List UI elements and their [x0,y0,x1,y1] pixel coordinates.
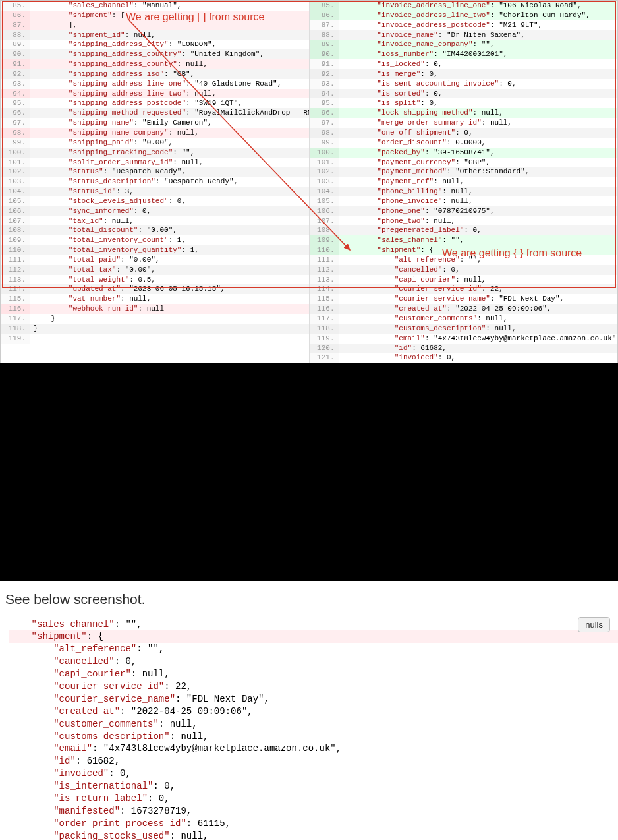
line-number: 118. [310,324,339,334]
caption-text: See below screenshot. [0,581,618,615]
line-number: 104. [310,187,339,196]
line-number: 95. [1,98,30,108]
line-number: 106. [1,206,30,216]
line-number: 119. [1,334,30,344]
line-number: 90. [1,49,30,59]
line-number: 92. [310,69,339,79]
black-gap [0,363,618,581]
line-number: 113. [1,275,30,285]
line-number: 88. [310,30,339,40]
code-line: 100. "shipping_tracking_code": "", [1,148,309,158]
line-number: 115. [1,294,30,304]
code-line: 112. "cancelled": 0, [310,265,618,275]
code-line: 108. "pregenerated_label": 0, [310,225,618,235]
code-line: 107. "tax_id": null, [1,216,309,226]
code-line: 91. "shipping_address_county": null, [1,59,309,69]
line-number: 117. [1,314,30,324]
line-number: 99. [1,138,30,148]
line-number: 116. [1,304,30,314]
code-line: 113. "capi_courier": null, [310,275,618,285]
line-number: 113. [310,275,339,285]
line-number: 90. [310,49,339,59]
json-line: "sales_channel": "", [9,618,618,631]
line-number: 86. [310,11,339,20]
line-number: 105. [310,196,339,206]
code-line: 100. "packed_by": "39-16508741", [310,148,618,158]
line-number: 94. [1,89,30,99]
code-line: 105. "phone_invoice": null, [310,196,618,206]
line-number: 109. [1,235,30,245]
code-line: 107. "phone_two": null, [310,216,618,226]
line-number: 101. [310,158,339,167]
line-number: 98. [310,128,339,138]
code-line: 99. "order_discount": 0.0000, [310,138,618,148]
line-number: 103. [310,177,339,187]
code-line: 119. [1,334,309,344]
code-line: 96. "lock_shipping_method": null, [310,108,618,118]
line-number: 87. [310,20,339,30]
line-number: 111. [1,255,30,265]
code-line: 101. "split_order_summary_id": null, [1,158,309,167]
code-line: 118.} [1,324,309,334]
json-line: "customs_description": null, [9,731,618,743]
line-number: 106. [310,206,339,216]
json-line: "courier_service_id": 22, [9,680,618,693]
code-line: 97. "shipping_name": "Emily Cameron", [1,118,309,128]
json-line: "is_international": 0, [9,780,618,793]
code-line: 88. "invoice_name": "Dr Niten Saxena", [310,30,618,40]
code-line: 94. "shipping_address_line_two": null, [1,89,309,99]
code-line: 115. "courier_service_name": "FDL Next D… [310,294,618,304]
code-line: 86. "invoice_address_line_two": "Chorlto… [310,11,618,20]
code-line: 114. "updated_at": "2023-06-05 16:15:15"… [1,284,309,294]
line-number: 112. [310,265,339,275]
code-line: 109. "total_inventory_count": 1, [1,235,309,245]
line-number: 93. [310,79,339,89]
code-line: 88. "shipment_id": null, [1,30,309,40]
json-code-block[interactable]: "sales_channel": "", "shipment": { "alt_… [0,616,618,840]
code-line: 111. "total_paid": "0.00", [1,255,309,265]
line-number: 105. [1,196,30,206]
code-line: 103. "payment_ref": null, [310,177,618,187]
line-number: 97. [1,118,30,128]
diff-right-pane[interactable]: 85. "invoice_address_line_one": "106 Nic… [309,1,618,363]
line-number: 100. [1,148,30,158]
code-line: 116. "created_at": "2022-04-25 09:09:06"… [310,304,618,314]
json-line: "invoiced": 0, [9,767,618,780]
line-number: 88. [1,30,30,40]
line-number: 108. [1,225,30,235]
diff-viewer: 85. "sales_channel": "Manual",86. "shipm… [0,0,618,363]
code-line: 85. "sales_channel": "Manual", [1,1,309,11]
code-line: 95. "shipping_address_postcode": "SW19 1… [1,98,309,108]
code-line: 96. "shipping_method_requested": "RoyalM… [1,108,309,118]
code-line: 106. "sync_informed": 0, [1,206,309,216]
code-line: 87. ], [1,20,309,30]
nulls-button[interactable]: nulls [578,617,610,633]
line-number: 94. [310,89,339,99]
code-line: 93. "is_sent_accounting_invoice": 0, [310,79,618,89]
line-number: 93. [1,79,30,89]
line-number: 119. [310,334,339,344]
second-screenshot: nulls "sales_channel": "", "shipment": {… [0,616,618,840]
code-line: 98. "one_off_shipment": 0, [310,128,618,138]
line-number: 108. [310,225,339,235]
json-line: "manifested": 1673278719, [9,805,618,818]
line-number: 100. [310,148,339,158]
line-number: 110. [1,245,30,255]
line-number: 118. [1,324,30,334]
code-line: 89. "shipping_address_city": "LONDON", [1,40,309,49]
code-line: 101. "payment_currency": "GBP", [310,158,618,167]
code-line: 91. "is_locked": 0, [310,59,618,69]
line-number: 91. [310,59,339,69]
line-number: 85. [310,1,339,11]
code-line: 116. "webhook_run_id": null [1,304,309,314]
line-number: 98. [1,128,30,138]
json-line: "id": 61682, [9,755,618,767]
line-number: 85. [1,1,30,11]
code-line: 118. "customs_description": null, [310,324,618,334]
code-line: 111. "alt_reference": "", [310,255,618,265]
diff-left-pane[interactable]: 85. "sales_channel": "Manual",86. "shipm… [1,1,309,363]
line-number: 86. [1,11,30,20]
code-line: 92. "is_merge": 0, [310,69,618,79]
line-number: 96. [310,108,339,118]
line-number: 91. [1,59,30,69]
